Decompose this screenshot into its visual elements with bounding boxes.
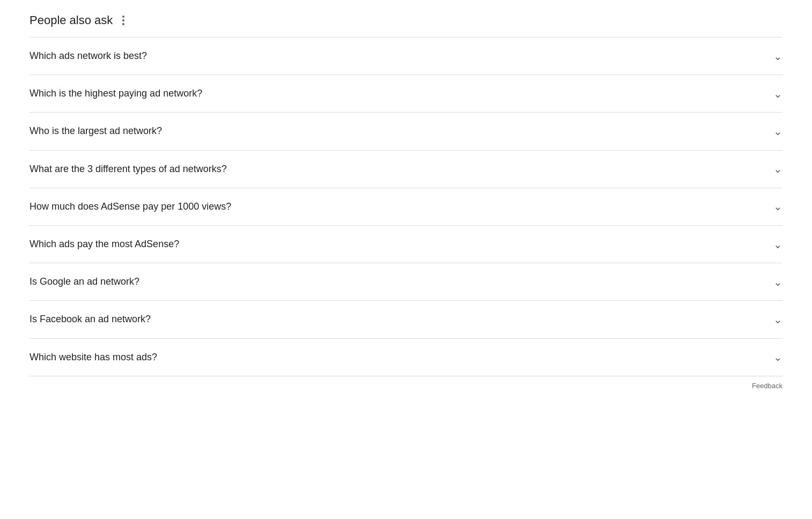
faq-item[interactable]: Which ads network is best?⌄	[29, 38, 783, 75]
chevron-down-icon: ⌄	[773, 87, 783, 100]
faq-question: Which website has most ads?	[29, 351, 157, 364]
faq-question: Is Facebook an ad network?	[29, 313, 151, 326]
feedback-row: Feedback	[29, 376, 783, 390]
chevron-down-icon: ⌄	[773, 276, 783, 288]
more-options-icon[interactable]	[120, 13, 127, 27]
faq-item[interactable]: Is Facebook an ad network?⌄	[29, 301, 783, 338]
feedback-link[interactable]: Feedback	[752, 382, 783, 390]
faq-item[interactable]: Who is the largest ad network?⌄	[29, 113, 783, 150]
faq-question: Which is the highest paying ad network?	[29, 87, 202, 100]
chevron-down-icon: ⌄	[773, 313, 783, 326]
section-header: People also ask	[29, 13, 783, 27]
faq-item[interactable]: Is Google an ad network?⌄	[29, 263, 783, 301]
faq-container: Which ads network is best?⌄Which is the …	[29, 37, 783, 376]
faq-question: Is Google an ad network?	[29, 275, 139, 288]
chevron-down-icon: ⌄	[773, 238, 783, 251]
faq-item[interactable]: Which is the highest paying ad network?⌄	[29, 75, 783, 113]
chevron-down-icon: ⌄	[773, 125, 783, 138]
faq-item[interactable]: Which ads pay the most AdSense?⌄	[29, 226, 783, 263]
faq-question: Which ads network is best?	[29, 49, 147, 63]
section-title: People also ask	[29, 13, 113, 27]
faq-item[interactable]: What are the 3 different types of ad net…	[29, 151, 783, 188]
faq-question: What are the 3 different types of ad net…	[29, 162, 227, 176]
chevron-down-icon: ⌄	[773, 351, 783, 364]
faq-item[interactable]: How much does AdSense pay per 1000 views…	[29, 188, 783, 226]
faq-question: How much does AdSense pay per 1000 views…	[29, 200, 231, 213]
faq-item[interactable]: Which website has most ads?⌄	[29, 339, 783, 376]
people-also-ask-section: People also ask Which ads network is bes…	[29, 13, 783, 390]
chevron-down-icon: ⌄	[773, 50, 783, 63]
faq-question: Who is the largest ad network?	[29, 124, 162, 138]
chevron-down-icon: ⌄	[773, 162, 783, 175]
chevron-down-icon: ⌄	[773, 200, 783, 213]
faq-question: Which ads pay the most AdSense?	[29, 238, 179, 251]
